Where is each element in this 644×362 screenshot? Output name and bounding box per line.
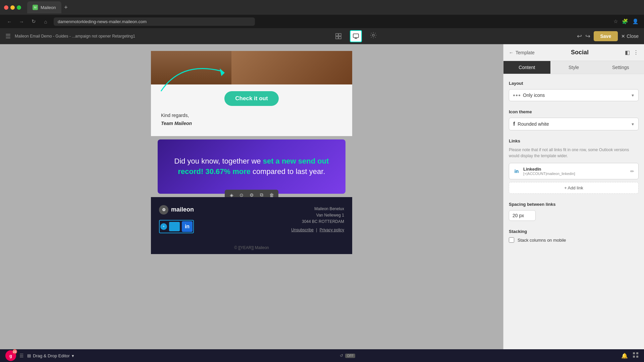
tab-settings[interactable]: Settings [597,61,644,74]
footer-left: ⚙ maileon + in [159,205,194,233]
redo-button[interactable]: ↪ [585,33,590,40]
avatar-badge: 22 [12,349,17,354]
refresh-button[interactable]: ↻ [30,17,38,25]
tab-content[interactable]: Content [503,61,550,74]
email-footer-wrapper: ◈ ⊙ ⚙ ⧉ 🗑 ⚙ maileon + [151,197,352,254]
panel-more-button[interactable]: ⋮ [633,49,639,56]
tab-favicon: M [33,5,38,10]
linkedin-icon[interactable]: in [182,221,193,232]
banner-text-part1: Did you know, together we [174,157,263,165]
dot-green[interactable] [17,5,21,10]
settings-toolbar-button[interactable] [367,30,379,42]
svg-rect-1 [339,34,341,36]
unsubscribe-link[interactable]: Unsubscribe [291,228,314,232]
kind-regards-text: Kind regards, [161,113,342,118]
social-drag-handle[interactable]: + [160,223,167,230]
undo-button[interactable]: ↩ [577,33,582,40]
svg-point-7 [372,34,374,36]
monitor-view-button[interactable] [350,30,362,42]
app-toolbar: ☰ Maileon Email Demo - Guides - ...ampai… [0,28,644,44]
maileon-logo: ⚙ maileon [159,205,194,215]
link-separator: | [316,228,317,232]
email-content-section: Check it out Kind regards, Team Maileon [151,84,352,136]
svg-rect-2 [336,37,338,39]
panel-header-icons: ◧ ⋮ [625,49,639,56]
team-maileon-text: Team Maileon [161,121,342,126]
spacing-label: Spacing between links [509,202,639,207]
canvas-area[interactable]: Check it out Kind regards, Team Maileon … [0,44,503,349]
icon-theme-value: Rounded white [518,121,549,127]
bottom-bar: g 22 ☰ ▤ Drag & Drop Editor ▾ ↺ OFF 🔔 [0,349,644,362]
svg-rect-12 [636,356,638,358]
avatar-letter: g [9,353,12,358]
logo-icon: ⚙ [159,205,168,215]
tab-title: Maileon [41,5,56,10]
home-button[interactable]: ⌂ [42,17,50,25]
browser-tab[interactable]: M Maileon [27,1,61,13]
toolbar-right: ↩ ↪ Save ✕ Close [577,31,639,41]
back-button[interactable]: ← [5,17,13,25]
new-tab-button[interactable]: + [61,3,71,12]
privacy-link[interactable]: Privacy policy [320,228,344,232]
bottom-right: 🔔 [621,352,639,359]
toolbar-center [135,30,577,42]
grid-view-button[interactable] [332,30,344,42]
footer-right: Maileon Benelux Van Nelleweg 1 3044 BC R… [291,206,344,233]
notification-button[interactable]: 🔔 [621,353,628,359]
stack-mobile-checkbox[interactable] [509,237,514,243]
bookmark-icon[interactable]: ☆ [613,18,618,24]
auto-save: ↺ OFF [340,353,355,358]
drag-drop-chevron-icon: ▾ [72,353,74,358]
svg-rect-0 [336,34,338,36]
footer-copyright: © [[YEAR]] Maileon [151,241,352,254]
panel-tabs: Content Style Settings [503,61,644,74]
forward-button[interactable]: → [17,17,25,25]
bottom-center: ↺ OFF [74,353,621,358]
close-button[interactable]: ✕ Close [621,34,639,39]
panel-header: ← Template Social ◧ ⋮ [503,44,644,61]
stack-mobile-label[interactable]: Stack columns on mobile [518,238,566,243]
link-edit-button[interactable]: ✏ [630,169,634,174]
email-banner: Did you know, together we set a new send… [158,139,345,194]
extensions-icon[interactable]: 🧩 [622,18,628,24]
grid-apps-button[interactable] [633,352,639,359]
layout-dots-icon [513,95,520,96]
social-icons-container[interactable]: + in [159,220,194,233]
dot-yellow[interactable] [10,5,15,10]
drag-drop-editor[interactable]: ▤ Drag & Drop Editor ▾ [27,353,74,358]
layout-select-wrapper: Only icons [509,89,639,101]
auto-save-icon: ↺ [340,353,343,358]
dot-red[interactable] [4,5,8,10]
panel-body: Layout Only icons Icon theme f Ro [503,74,644,349]
panel-back-button[interactable]: ← Template [509,50,535,55]
add-link-button[interactable]: + Add link [509,182,639,194]
hamburger-icon[interactable]: ☰ [5,33,11,40]
close-x-icon: ✕ [621,34,625,39]
tab-style[interactable]: Style [550,61,597,74]
svg-rect-3 [339,37,341,39]
copyright-text: © [[YEAR]] Maileon [234,245,269,250]
banner-text: Did you know, together we set a new send… [168,156,335,177]
layout-select[interactable]: Only icons [509,89,639,101]
address-input[interactable] [54,17,255,26]
bottom-grid-icon: ☰ [19,353,24,358]
layout-label: Layout [509,81,639,86]
layout-value: Only icons [523,93,545,98]
company-name: Maileon Benelux [302,206,344,212]
link-name: LinkedIn [523,167,627,172]
address-bar: ← → ↻ ⌂ ☆ 🧩 👤 [0,15,644,28]
city-address: 3044 BC ROTTERDAM [302,219,344,225]
icon-theme-section: Icon theme f Rounded white [509,109,639,130]
icon-theme-label: Icon theme [509,109,639,114]
layout-section: Layout Only icons [509,81,639,101]
check-it-out-button[interactable]: Check it out [224,91,278,106]
stacking-label: Stacking [509,229,639,234]
browser-chrome: M Maileon + [0,0,644,15]
spacing-input[interactable] [509,210,536,221]
icon-theme-select[interactable]: f Rounded white [509,118,639,130]
save-button[interactable]: Save [594,31,618,41]
panel-layers-button[interactable]: ◧ [625,49,630,56]
panel-title: Social [571,49,589,56]
profile-icon[interactable]: 👤 [632,18,639,24]
avatar[interactable]: g 22 [5,350,16,361]
